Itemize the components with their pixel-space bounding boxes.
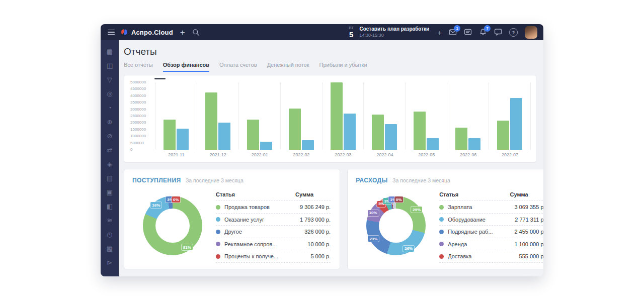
x-axis-label: 2022-01 — [239, 150, 281, 161]
comment-icon[interactable] — [494, 28, 502, 36]
percent-badge: 26% — [403, 246, 414, 252]
modules-icon[interactable]: ▩ — [101, 241, 119, 255]
flows-icon[interactable]: ≋ — [101, 213, 119, 227]
table-row[interactable]: Продажа товаров 9 306 249 р. — [216, 201, 331, 214]
row-amount: 9 306 249 р. — [278, 204, 331, 210]
time-icon[interactable]: ◴ — [101, 227, 119, 241]
percent-badge: 0% — [172, 196, 181, 203]
x-axis-label: 2022-02 — [281, 150, 323, 161]
bar-green — [455, 128, 467, 150]
receipts-title: ПОСТУПЛЕНИЯ — [132, 177, 181, 184]
bar-group: 2022-02 — [281, 82, 323, 161]
bar-green — [164, 120, 176, 150]
logo-text[interactable]: Аспро.Cloud — [131, 29, 173, 36]
launch-icon[interactable]: ⊳ — [101, 255, 119, 269]
day-number: 5 — [349, 31, 353, 38]
bar-group: 2022-07 — [489, 82, 531, 161]
receipts-donut-chart[interactable]: 81%16%3%0% — [143, 196, 202, 255]
y-tick-label: 3500000 — [130, 101, 146, 105]
finance-chart-card: 5000000450000040000003500000300000025000… — [124, 75, 536, 163]
row-label: Подрядные раб... — [448, 229, 493, 235]
y-tick-label: 5000000 — [130, 80, 146, 84]
help-icon[interactable]: ? — [509, 28, 518, 37]
event-time: 14:30-15:30 — [360, 33, 430, 38]
main-content: Отчеты Все отчётыОбзор финансовОплата сч… — [119, 40, 543, 276]
tab[interactable]: Оплата счетов — [219, 62, 257, 72]
bar-blue — [468, 138, 480, 150]
table-row[interactable]: Подрядные раб... 2 455 000 р. — [439, 226, 543, 238]
topbar: Аспро.Cloud + Вт 5 Составить план разраб… — [101, 24, 543, 40]
search-icon[interactable] — [192, 29, 200, 36]
row-amount: 2 455 000 р. — [493, 229, 543, 235]
row-label: Оборудование — [448, 217, 493, 223]
dashboard-icon[interactable]: ▦ — [101, 44, 119, 58]
transactions-icon[interactable]: ⇄ — [101, 143, 119, 157]
percent-badge: 81% — [182, 244, 193, 250]
expenses-title: РАСХОДЫ — [356, 177, 388, 184]
bar-blue — [302, 140, 314, 150]
documents-icon[interactable]: ▤ — [101, 171, 119, 185]
tab[interactable]: Все отчёты — [124, 62, 153, 72]
target-icon[interactable]: ◎ — [101, 86, 119, 101]
row-amount: 1 793 000 р. — [278, 217, 331, 223]
bar-blue — [260, 142, 272, 150]
table-row[interactable]: Доставка 555 000 р. — [439, 250, 543, 263]
calendar-date[interactable]: Вт 5 — [349, 26, 354, 39]
bell-icon[interactable]: 7 — [479, 28, 487, 36]
table-row[interactable]: Зарплата 3 069 355 р. — [439, 201, 543, 214]
mail-icon[interactable]: 1 — [449, 28, 457, 36]
tab[interactable]: Денежный поток — [267, 62, 309, 72]
weekday-label: Вт — [349, 26, 354, 30]
tasks-icon[interactable]: ▣ — [101, 185, 119, 199]
funnel-icon[interactable]: ▽ — [101, 72, 119, 86]
add-circle-icon[interactable]: ⊕ — [101, 115, 119, 129]
y-tick-label: 1500000 — [130, 128, 146, 132]
calendar-event[interactable]: Составить план разработки 14:30-15:30 — [360, 26, 430, 38]
storage-icon[interactable]: ◧ — [101, 199, 119, 213]
receipts-donut-zone: 81%16%3%0% — [129, 187, 216, 264]
table-row[interactable]: Проценты к получе... 5 000 р. — [216, 250, 331, 263]
chat-icon[interactable] — [464, 28, 472, 36]
y-axis: 5000000450000040000003500000300000025000… — [129, 82, 155, 150]
y-tick-label: 4500000 — [130, 87, 146, 91]
tab[interactable]: Прибыли и убытки — [319, 62, 367, 72]
row-label: Другое — [224, 229, 278, 235]
legend-dot — [216, 217, 220, 222]
bar-green — [205, 92, 217, 150]
legend-dot — [439, 230, 444, 234]
table-row[interactable]: Оказание услуг 1 793 000 р. — [216, 214, 331, 226]
x-axis-label: 2022-05 — [406, 150, 447, 161]
bar-blue — [218, 123, 230, 150]
legend-dot — [439, 205, 444, 210]
legend-dot — [439, 217, 444, 222]
add-icon[interactable]: + — [180, 28, 185, 37]
link-icon[interactable]: ⊘ — [101, 129, 119, 143]
tab[interactable]: Обзор финансов — [163, 62, 209, 72]
add-event-icon[interactable]: + — [437, 29, 442, 36]
bar-group: 2022-03 — [323, 82, 364, 161]
y-tick-label: 500000 — [130, 141, 144, 145]
menu-icon[interactable] — [108, 30, 115, 35]
bar-blue — [177, 129, 189, 150]
percent-badge: 10% — [368, 210, 379, 216]
table-row[interactable]: Рекламное сопров... 10 000 р. — [216, 238, 331, 251]
receipts-table: Статья Сумма Продажа товаров 9 306 249 р… — [216, 188, 331, 263]
row-amount: 326 000 р. — [278, 229, 331, 235]
row-label: Аренда — [448, 241, 493, 247]
legend-dot — [216, 242, 220, 246]
avatar[interactable] — [525, 26, 537, 39]
projects-icon[interactable]: ◫ — [101, 58, 119, 72]
bar-green — [497, 121, 509, 150]
receipts-subtitle: За последние 3 месяца — [186, 177, 244, 183]
table-row[interactable]: Другое 326 000 р. — [216, 226, 331, 238]
table-row[interactable]: Оборудование 2 771 311 р. — [439, 214, 543, 226]
percent-badge: 16% — [150, 202, 162, 208]
reports-icon[interactable]: ◔ — [101, 101, 119, 115]
crm-icon[interactable]: ◈ — [101, 157, 119, 171]
bar-green — [247, 120, 259, 150]
expenses-donut-chart[interactable]: 29%26%23%10%5%3%1%0% — [366, 196, 426, 255]
table-row[interactable]: Аренда 1 100 000 р. — [439, 238, 543, 251]
chart-zoom-grip[interactable] — [154, 78, 166, 79]
logo-icon — [120, 28, 128, 36]
percent-badge: 0% — [394, 196, 404, 203]
